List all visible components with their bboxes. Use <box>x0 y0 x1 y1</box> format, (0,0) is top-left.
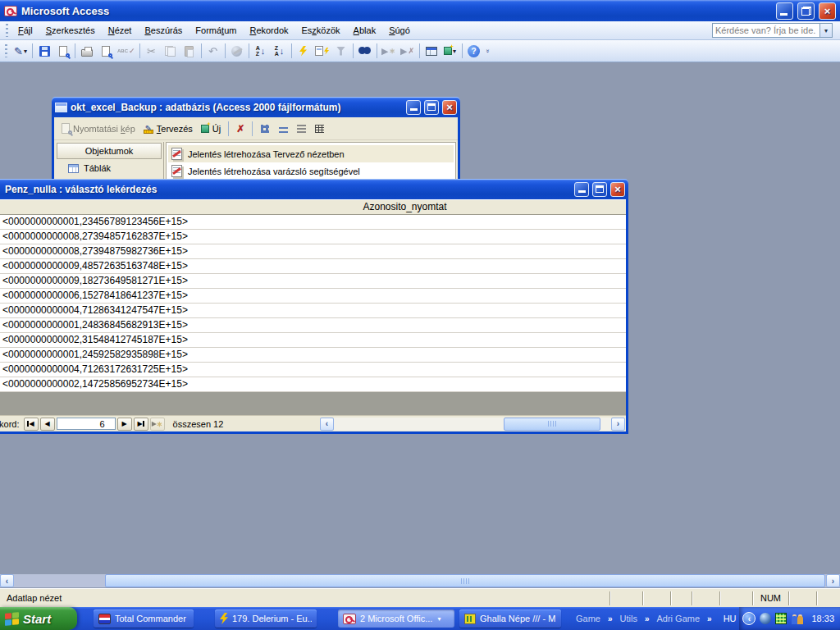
help-button[interactable]: ? <box>465 42 483 60</box>
db-maximize-button[interactable] <box>424 100 439 115</box>
database-window-titlebar[interactable]: okt_excel_Backup : adatbázis (Access 200… <box>52 97 460 117</box>
print-button[interactable] <box>78 42 96 60</box>
scrollbar-thumb[interactable] <box>105 574 825 587</box>
query-close-button[interactable]: × <box>610 182 625 197</box>
play-icon: ▶ <box>381 47 388 56</box>
tray-collapse-icon[interactable]: ‹ <box>742 612 756 625</box>
table-row: <0000000000004,71286341247547E+15> <box>0 304 626 318</box>
database-window-button[interactable] <box>422 42 441 60</box>
minimize-button[interactable] <box>776 2 793 20</box>
large-icons-view-button[interactable] <box>258 121 272 136</box>
db-delete-button[interactable]: ✗ <box>234 121 247 136</box>
db-design-button[interactable]: ✎Tervezés <box>141 122 195 135</box>
filter-by-form-button[interactable] <box>313 42 331 60</box>
toolbar-game[interactable]: Game <box>576 614 600 623</box>
sort-descending-button[interactable]: ZA↓ <box>271 42 289 60</box>
details-view-button[interactable] <box>312 121 326 136</box>
last-record-button[interactable]: ▶ <box>134 418 148 431</box>
db-new-button[interactable]: Új <box>199 122 223 135</box>
save-button[interactable] <box>35 42 53 60</box>
menu-file[interactable]: Fájl <box>11 23 39 38</box>
db-close-button[interactable]: × <box>442 100 457 115</box>
print-preview-icon <box>62 123 70 134</box>
table-cell[interactable]: <0000000000009,18273649581271E+15> <box>0 274 628 289</box>
table-row: <0000000000001,24836845682913E+15> <box>0 318 626 333</box>
list-view-button[interactable] <box>294 121 308 136</box>
tray-app-icon[interactable] <box>775 613 787 624</box>
app-titlebar[interactable]: Microsoft Access × <box>0 0 840 21</box>
query-maximize-button[interactable] <box>592 182 607 197</box>
table-cell[interactable]: <0000000000004,71263172631725E+15> <box>0 363 628 377</box>
chevron-expand-icon[interactable]: » <box>608 614 613 623</box>
menu-format[interactable]: Formátum <box>189 23 243 38</box>
query-window-titlebar[interactable]: Penz_nulla : választó lekérdezés × <box>0 179 628 199</box>
table-cell[interactable]: <0000000000001,24592582935898E+15> <box>0 348 628 363</box>
menu-window[interactable]: Ablak <box>347 23 383 38</box>
new-object-icon <box>201 125 209 133</box>
view-design-button[interactable]: ✎▾ <box>11 42 30 60</box>
filter-by-selection-button[interactable] <box>294 42 313 60</box>
close-button[interactable]: × <box>819 2 836 20</box>
table-cell[interactable]: <0000000000008,27394875982736E+15> <box>0 244 628 259</box>
toolbar-grip[interactable] <box>5 44 7 57</box>
menu-records[interactable]: Rekordok <box>243 23 294 38</box>
table-cell[interactable]: <0000000000009,48572635163748E+15> <box>0 259 628 274</box>
toolbar-adri-game[interactable]: Adri Game <box>656 614 700 623</box>
tray-network-icon[interactable] <box>760 613 771 624</box>
table-cell[interactable]: <0000000000002,14725856952734E+15> <box>0 377 628 392</box>
table-cell[interactable]: <0000000000001,23456789123456E+15> <box>0 215 628 230</box>
chevron-left-icon: ‹ <box>748 614 751 623</box>
table-cell[interactable]: <0000000000008,27394857162837E+15> <box>0 230 628 244</box>
menu-edit[interactable]: Szerkesztés <box>39 23 102 38</box>
table-cell[interactable]: <0000000000002,31548412745187E+15> <box>0 333 628 348</box>
next-record-button[interactable]: ▶ <box>117 418 132 431</box>
print-preview-button[interactable] <box>97 42 115 60</box>
menubar-grip[interactable] <box>6 24 8 37</box>
restore-button[interactable] <box>797 2 815 20</box>
task-label: 2 Microsoft Offic... <box>360 614 432 623</box>
status-cell <box>642 591 670 605</box>
file-search-button[interactable] <box>54 42 72 60</box>
scroll-right-button[interactable]: › <box>611 418 625 431</box>
sort-ascending-button[interactable]: AZ↓ <box>252 42 270 60</box>
objects-header-button[interactable]: Objektumok <box>57 143 162 159</box>
scroll-right-button[interactable]: › <box>826 574 840 587</box>
language-indicator[interactable]: HU <box>724 614 737 623</box>
query-minimize-button[interactable] <box>574 182 589 197</box>
menu-insert[interactable]: Beszúrás <box>138 23 189 38</box>
scrollbar-thumb[interactable] <box>504 418 600 431</box>
chevron-expand-icon[interactable]: » <box>707 614 712 623</box>
scrollbar-track[interactable] <box>334 418 611 431</box>
current-record-input[interactable] <box>57 418 116 430</box>
find-button[interactable] <box>356 42 374 60</box>
scrollbar-track[interactable] <box>14 574 826 587</box>
scroll-left-button[interactable]: ‹ <box>0 574 14 587</box>
start-button[interactable]: Start <box>0 607 77 630</box>
tray-messenger-icon[interactable] <box>791 613 804 624</box>
scroll-left-button[interactable]: ‹ <box>320 418 334 431</box>
previous-record-button[interactable]: ◀ <box>40 418 55 431</box>
ask-a-question-input[interactable] <box>713 25 819 37</box>
list-item-new-report-design[interactable]: Jelentés létrehozása Tervező nézetben <box>168 145 454 162</box>
new-object-button[interactable]: ▾ <box>441 42 459 60</box>
taskbar-item-ghalla-nepe[interactable]: Ghalla Népe /// - M... <box>459 609 561 628</box>
db-minimize-button[interactable] <box>406 100 421 115</box>
column-header-azonosito-nyomtat[interactable]: Azonosito_nyomtat <box>0 199 628 215</box>
taskbar-item-total-commander[interactable]: Total Commander ... <box>94 609 194 628</box>
small-icons-view-button[interactable] <box>276 121 290 136</box>
menu-view[interactable]: Nézet <box>102 23 139 38</box>
taskbar-item-winamp[interactable]: 179. Delerium - Eu... <box>215 609 317 628</box>
table-cell[interactable]: <0000000000006,15278418641237E+15> <box>0 289 628 304</box>
table-cell[interactable]: <0000000000004,71286341247547E+15> <box>0 304 628 318</box>
list-item-new-report-wizard[interactable]: Jelentés létrehozása varázsló segítségév… <box>168 162 454 180</box>
first-record-button[interactable]: ◀ <box>24 418 39 431</box>
menu-help[interactable]: Súgó <box>382 23 417 38</box>
taskbar-item-microsoft-office[interactable]: 2 Microsoft Offic... ▾ <box>338 609 454 628</box>
chevron-expand-icon[interactable]: » <box>645 614 650 623</box>
menu-tools[interactable]: Eszközök <box>295 23 347 38</box>
ask-dropdown-button[interactable]: ▾ <box>819 24 832 37</box>
toolbar-utils[interactable]: Utils <box>620 614 637 623</box>
toolbar-options-button[interactable]: » <box>486 48 489 53</box>
table-cell[interactable]: <0000000000001,24836845682913E+15> <box>0 318 628 333</box>
sidebar-item-tables[interactable]: Táblák <box>57 159 162 177</box>
